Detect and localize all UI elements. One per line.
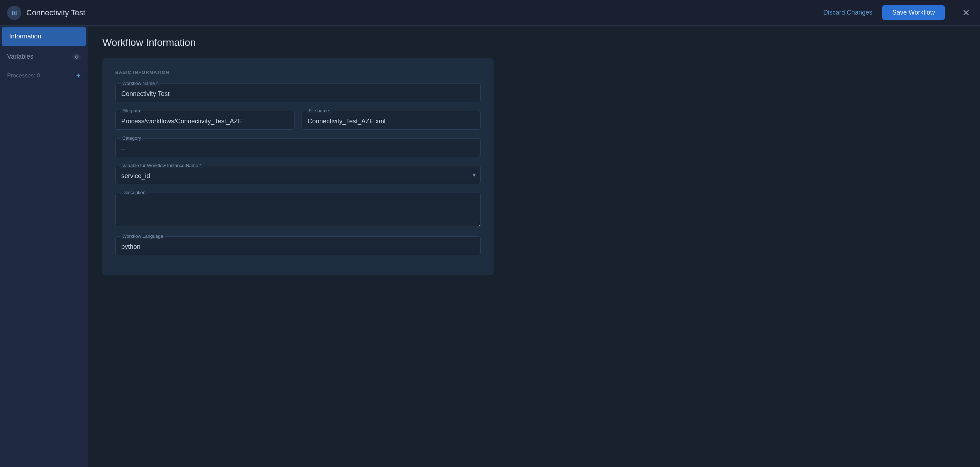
category-input[interactable]	[115, 138, 481, 157]
sidebar-item-label-information: Information	[9, 33, 41, 40]
workflow-name-input[interactable]	[115, 84, 481, 102]
variable-group: Variable for Workflow Instance Name * se…	[115, 166, 481, 184]
processes-section: Processes: 0 +	[0, 66, 88, 85]
workflow-icon: ⊞	[7, 6, 21, 20]
variable-select[interactable]: service_id	[115, 166, 481, 184]
category-label: Category	[120, 135, 143, 141]
form-card: BASIC INFORMATION Workflow Name * File p…	[102, 58, 493, 275]
workflow-language-group: Workflow Language	[115, 236, 481, 255]
file-name-input[interactable]	[302, 111, 481, 130]
save-workflow-button[interactable]: Save Workflow	[882, 5, 945, 20]
sidebar-item-information[interactable]: Information	[2, 27, 86, 46]
workflow-title: Connectivity Test	[26, 8, 85, 17]
file-name-label: File name	[307, 108, 331, 113]
add-process-icon[interactable]: +	[76, 71, 81, 80]
main-content: Workflow Information BASIC INFORMATION W…	[88, 25, 980, 467]
workflow-language-label: Workflow Language	[120, 234, 165, 239]
header-left: ⊞ Connectivity Test	[7, 6, 85, 20]
app-body: Information Variables 0 Processes: 0 + W…	[0, 25, 980, 467]
processes-label: Processes: 0	[7, 73, 40, 79]
workflow-name-label: Workflow Name *	[120, 81, 160, 86]
sidebar-item-label-variables: Variables	[7, 53, 33, 60]
variable-label: Variable for Workflow Instance Name *	[120, 163, 204, 168]
page-title: Workflow Information	[102, 37, 966, 48]
app-header: ⊞ Connectivity Test Discard Changes Save…	[0, 0, 980, 25]
sidebar-item-variables[interactable]: Variables 0	[0, 47, 88, 66]
file-path-label: File path	[120, 108, 142, 113]
sidebar: Information Variables 0 Processes: 0 +	[0, 25, 88, 467]
variables-badge: 0	[72, 53, 81, 60]
description-textarea[interactable]	[115, 193, 481, 226]
workflow-name-group: Workflow Name *	[115, 84, 481, 102]
workflow-language-input[interactable]	[115, 236, 481, 255]
file-path-group: File path	[115, 111, 294, 130]
description-label: Description	[120, 190, 148, 195]
header-right: Discard Changes Save Workflow ✕	[819, 5, 973, 21]
category-group: Category	[115, 138, 481, 157]
file-row: File path File name	[115, 111, 481, 130]
close-button[interactable]: ✕	[959, 7, 973, 19]
description-group: Description	[115, 193, 481, 228]
file-name-group: File name	[302, 111, 481, 130]
header-divider	[952, 5, 952, 21]
section-label: BASIC INFORMATION	[115, 70, 481, 75]
discard-changes-button[interactable]: Discard Changes	[819, 6, 877, 19]
file-path-input[interactable]	[115, 111, 294, 130]
